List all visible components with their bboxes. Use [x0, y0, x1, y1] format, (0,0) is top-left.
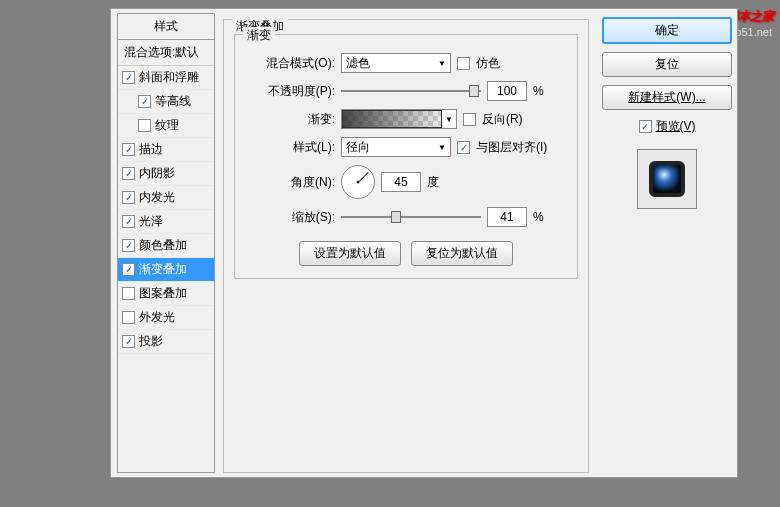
chevron-down-icon: ▼ [442, 115, 456, 124]
style-item-label: 描边 [139, 141, 163, 158]
style-item-label: 颜色叠加 [139, 237, 187, 254]
chevron-down-icon: ▼ [438, 59, 446, 68]
style-item-4[interactable]: 内阴影 [118, 162, 214, 186]
align-label: 与图层对齐(I) [476, 139, 547, 156]
style-checkbox[interactable] [122, 311, 135, 324]
preview-thumbnail [637, 149, 697, 209]
style-checkbox[interactable] [122, 167, 135, 180]
angle-dial[interactable] [341, 165, 375, 199]
chevron-down-icon: ▼ [438, 143, 446, 152]
preview-checkbox[interactable] [639, 120, 652, 133]
dither-label: 仿色 [476, 55, 500, 72]
style-item-label: 纹理 [155, 117, 179, 134]
style-checkbox[interactable] [138, 119, 151, 132]
style-checkbox[interactable] [122, 335, 135, 348]
style-item-label: 渐变叠加 [139, 261, 187, 278]
fieldset-title-gradient: 渐变 [243, 27, 275, 44]
style-checkbox[interactable] [122, 191, 135, 204]
style-checkbox[interactable] [122, 239, 135, 252]
style-item-11[interactable]: 投影 [118, 330, 214, 354]
style-item-7[interactable]: 颜色叠加 [118, 234, 214, 258]
angle-unit: 度 [427, 174, 439, 191]
angle-label: 角度(N): [247, 174, 335, 191]
scale-input[interactable] [487, 207, 527, 227]
style-item-label: 投影 [139, 333, 163, 350]
style-item-9[interactable]: 图案叠加 [118, 282, 214, 306]
layer-style-dialog: 样式 混合选项:默认 斜面和浮雕等高线纹理描边内阴影内发光光泽颜色叠加渐变叠加图… [110, 8, 738, 478]
style-item-label: 等高线 [155, 93, 191, 110]
preview-label: 预览(V) [656, 118, 696, 135]
blend-mode-label: 混合模式(O): [247, 55, 335, 72]
new-style-button[interactable]: 新建样式(W)... [602, 85, 732, 110]
style-item-label: 内发光 [139, 189, 175, 206]
style-checkbox[interactable] [122, 71, 135, 84]
gradient-label: 渐变: [247, 111, 335, 128]
style-item-label: 光泽 [139, 213, 163, 230]
reverse-checkbox[interactable] [463, 113, 476, 126]
reset-button[interactable]: 复位 [602, 52, 732, 77]
style-item-10[interactable]: 外发光 [118, 306, 214, 330]
style-checkbox[interactable] [122, 287, 135, 300]
reverse-label: 反向(R) [482, 111, 523, 128]
scale-slider[interactable] [341, 208, 481, 226]
style-item-6[interactable]: 光泽 [118, 210, 214, 234]
style-item-1[interactable]: 等高线 [118, 90, 214, 114]
opacity-input[interactable] [487, 81, 527, 101]
align-checkbox[interactable] [457, 141, 470, 154]
gradient-picker[interactable]: ▼ [341, 109, 457, 129]
opacity-label: 不透明度(P): [247, 83, 335, 100]
reset-default-button[interactable]: 复位为默认值 [411, 241, 513, 266]
angle-input[interactable] [381, 172, 421, 192]
scale-label: 缩放(S): [247, 209, 335, 226]
blend-mode-dropdown[interactable]: 滤色 ▼ [341, 53, 451, 73]
dither-checkbox[interactable] [457, 57, 470, 70]
style-checkbox[interactable] [122, 215, 135, 228]
make-default-button[interactable]: 设置为默认值 [299, 241, 401, 266]
style-checkbox[interactable] [122, 143, 135, 156]
style-item-label: 图案叠加 [139, 285, 187, 302]
blend-options-item[interactable]: 混合选项:默认 [118, 40, 214, 66]
style-item-label: 外发光 [139, 309, 175, 326]
style-item-label: 斜面和浮雕 [139, 69, 199, 86]
ok-button[interactable]: 确定 [602, 17, 732, 44]
style-item-8[interactable]: 渐变叠加 [118, 258, 214, 282]
opacity-slider[interactable] [341, 82, 481, 100]
styles-list-panel: 样式 混合选项:默认 斜面和浮雕等高线纹理描边内阴影内发光光泽颜色叠加渐变叠加图… [117, 13, 215, 473]
percent-unit: % [533, 84, 544, 98]
style-item-2[interactable]: 纹理 [118, 114, 214, 138]
style-checkbox[interactable] [122, 263, 135, 276]
dialog-buttons-panel: 确定 复位 新建样式(W)... 预览(V) [597, 9, 737, 477]
style-label: 样式(L): [247, 139, 335, 156]
style-item-3[interactable]: 描边 [118, 138, 214, 162]
style-checkbox[interactable] [138, 95, 151, 108]
style-dropdown[interactable]: 径向 ▼ [341, 137, 451, 157]
styles-header: 样式 [118, 14, 214, 40]
effect-settings-panel: 渐变叠加 渐变 混合模式(O): 滤色 ▼ 仿色 不透明度(P): [215, 9, 597, 477]
percent-unit: % [533, 210, 544, 224]
lens-icon [649, 161, 685, 197]
style-item-0[interactable]: 斜面和浮雕 [118, 66, 214, 90]
style-item-5[interactable]: 内发光 [118, 186, 214, 210]
style-item-label: 内阴影 [139, 165, 175, 182]
